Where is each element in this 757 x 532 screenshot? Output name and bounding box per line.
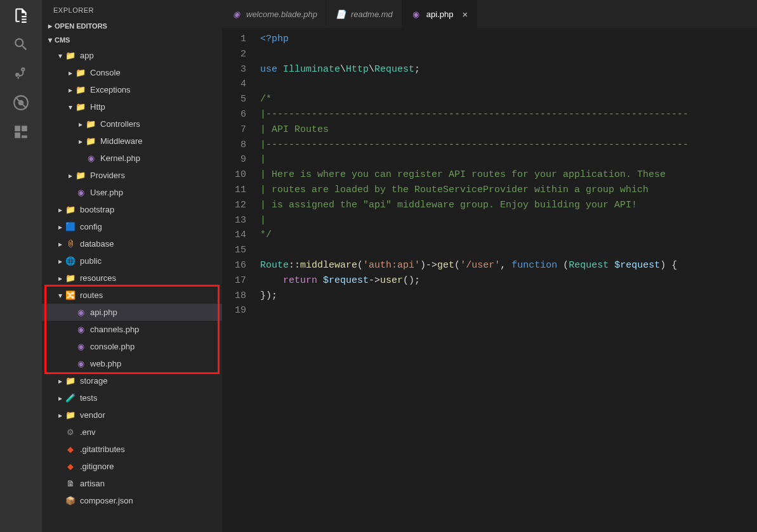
extensions-icon[interactable] (12, 123, 30, 141)
git-icon: ◆ (65, 444, 76, 455)
source-control-icon[interactable] (12, 65, 30, 82)
tree-item-label: config (80, 222, 102, 231)
tree-item-Exceptions[interactable]: ▸📁Exceptions (42, 81, 222, 98)
tree-item-label: Controllers (100, 119, 140, 129)
tree-item-storage[interactable]: ▸📁storage (42, 372, 222, 389)
tab-welcome-blade-php[interactable]: ◉welcome.blade.php (222, 0, 327, 28)
tree-item-api-php[interactable]: ◉api.php (42, 304, 222, 321)
debug-icon[interactable] (12, 94, 30, 112)
tree-item-routes[interactable]: ▾🔀routes (42, 287, 222, 304)
folder-open-icon: 📁 (65, 50, 76, 62)
tree-item--gitignore[interactable]: ◆.gitignore (42, 458, 222, 475)
php-icon: ◉ (85, 153, 96, 164)
tree-item-label: composer.json (80, 496, 133, 505)
tree-item-app[interactable]: ▾📁app (42, 47, 222, 64)
tree-item-Http[interactable]: ▾📁Http (42, 98, 222, 115)
chevron-right-icon: ▸ (66, 86, 75, 94)
tree-item-label: .gitattributes (80, 444, 125, 454)
folder-closed-icon: 📁 (75, 67, 86, 79)
php-icon: ◉ (75, 307, 86, 318)
php-icon: ◉ (75, 358, 86, 370)
tree-item-public[interactable]: ▸🌐public (42, 252, 222, 269)
tree-item-Console[interactable]: ▸📁Console (42, 64, 222, 81)
open-editors-section[interactable]: ▸ OPEN EDITORS (42, 19, 222, 33)
tree-item-label: resources (80, 273, 116, 283)
chevron-down-icon: ▾ (46, 36, 55, 44)
tree-item-config[interactable]: ▸🟦config (42, 218, 222, 235)
chevron-right-icon: ▸ (56, 411, 65, 420)
tree-item-label: Kernel.php (100, 153, 140, 163)
folder-closed-icon: 📁 (85, 136, 96, 147)
tree-item-tests[interactable]: ▸🧪tests (42, 389, 222, 406)
file-type-icon: ◉ (411, 9, 421, 19)
chevron-right-icon: ▸ (66, 171, 75, 180)
tree-item-Kernel-php[interactable]: ◉Kernel.php (42, 150, 222, 167)
folder-closed-icon: 🌐 (65, 256, 76, 267)
chevron-down-icon: ▾ (66, 103, 75, 112)
tree-item-label: console.php (90, 342, 135, 351)
php-icon: ◉ (75, 324, 86, 335)
tree-item--env[interactable]: ⚙.env (42, 424, 222, 441)
tree-item-label: User.php (90, 188, 123, 197)
folder-closed-icon: 📁 (75, 84, 86, 96)
tree-item-label: bootstrap (80, 205, 114, 214)
tree-item-label: channels.php (90, 325, 139, 334)
chevron-right-icon: ▸ (66, 68, 75, 77)
tree-item-label: .env (80, 427, 96, 437)
tree-item-Controllers[interactable]: ▸📁Controllers (42, 115, 222, 133)
tab-api-php[interactable]: ◉api.php× (402, 0, 477, 28)
chevron-right-icon: ▸ (56, 205, 65, 214)
code-lines[interactable]: <?php use Illuminate\Http\Request; /*|--… (260, 32, 757, 532)
chevron-right-icon: ▸ (76, 137, 85, 146)
project-section[interactable]: ▾ CMS (42, 33, 222, 47)
close-icon[interactable]: × (462, 9, 468, 20)
tree-item-channels-php[interactable]: ◉channels.php (42, 321, 222, 338)
tree-item-console-php[interactable]: ◉console.php (42, 338, 222, 355)
chevron-right-icon: ▸ (56, 377, 65, 386)
tree-item-artisan[interactable]: 🗎artisan (42, 475, 222, 492)
tree-item-vendor[interactable]: ▸📁vendor (42, 406, 222, 424)
tab-readme-md[interactable]: 📄readme.md (327, 0, 402, 28)
chevron-down-icon: ▾ (56, 291, 65, 300)
tree-item-label: Http (90, 102, 105, 112)
folder-closed-icon: 📁 (85, 119, 96, 130)
search-icon[interactable] (12, 36, 30, 53)
chevron-right-icon: ▸ (46, 22, 55, 30)
tree-item-Providers[interactable]: ▸📁Providers (42, 167, 222, 184)
chevron-down-icon: ▾ (56, 51, 65, 60)
tree-item-label: public (80, 256, 102, 266)
folder-closed-icon: 🧪 (65, 393, 76, 404)
code-editor[interactable]: 12345678910111213141516171819 <?php use … (222, 28, 757, 532)
tree-item-Middleware[interactable]: ▸📁Middleware (42, 133, 222, 150)
file-tree: ▾📁app▸📁Console▸📁Exceptions▾📁Http▸📁Contro… (42, 47, 222, 532)
tree-item-label: tests (80, 393, 97, 403)
file-icon: 📦 (65, 495, 76, 507)
tree-item-resources[interactable]: ▸📁resources (42, 269, 222, 287)
php-icon: ◉ (75, 341, 86, 353)
tree-item-database[interactable]: ▸🛢database (42, 235, 222, 252)
tab-label: api.php (426, 10, 454, 19)
tree-item-label: app (80, 51, 94, 60)
cfg-icon: ⚙ (65, 427, 76, 438)
sidebar-title: EXPLORER (42, 0, 222, 19)
line-gutter: 12345678910111213141516171819 (222, 32, 260, 532)
tab-label: welcome.blade.php (246, 10, 317, 19)
tree-item-label: Exceptions (90, 85, 131, 94)
explorer-icon[interactable] (12, 6, 30, 24)
tree-item-label: Console (90, 68, 121, 77)
svg-point-1 (18, 100, 24, 106)
chevron-right-icon: ▸ (56, 223, 65, 231)
tree-item-label: artisan (80, 479, 105, 488)
file-type-icon: 📄 (336, 9, 346, 19)
tree-item-bootstrap[interactable]: ▸📁bootstrap (42, 201, 222, 218)
chevron-right-icon: ▸ (56, 257, 65, 266)
tree-item-label: api.php (90, 308, 117, 317)
folder-open-icon: 📁 (75, 101, 86, 113)
chevron-right-icon: ▸ (76, 120, 85, 129)
tree-item--gitattributes[interactable]: ◆.gitattributes (42, 441, 222, 458)
folder-closed-icon: 📁 (65, 204, 76, 216)
tree-item-User-php[interactable]: ◉User.php (42, 184, 222, 201)
tree-item-composer-json[interactable]: 📦composer.json (42, 492, 222, 509)
sidebar: EXPLORER ▸ OPEN EDITORS ▾ CMS ▾📁app▸📁Con… (42, 0, 222, 532)
tree-item-web-php[interactable]: ◉web.php (42, 355, 222, 372)
